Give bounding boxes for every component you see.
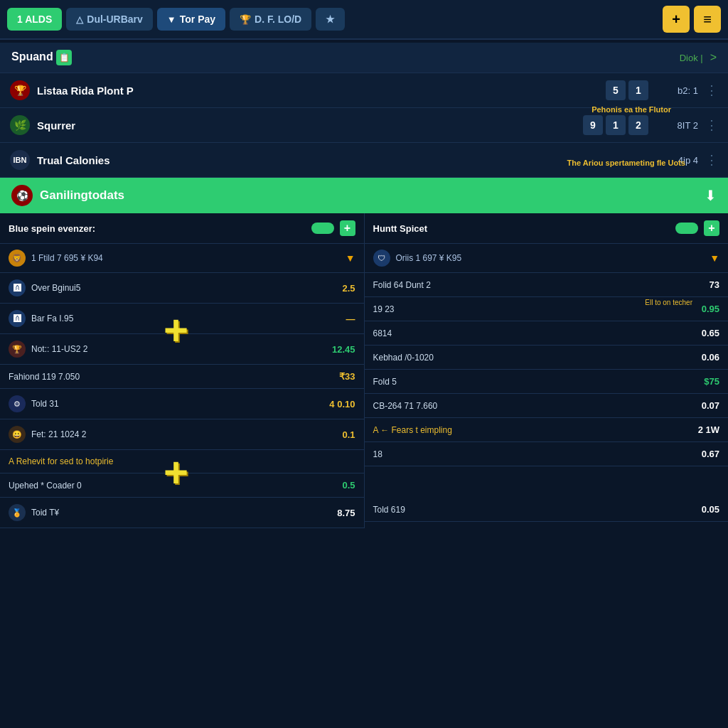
data-row: Folid 64 Dunt 2 73 bbox=[365, 273, 729, 297]
match-name: Squrrer bbox=[37, 119, 576, 132]
row-icon: 🏆 bbox=[9, 341, 26, 358]
data-row: Kebhad /0-1020 0.06 bbox=[365, 346, 729, 370]
filter-dropdown-icon[interactable]: ▼ bbox=[710, 252, 719, 264]
data-row: A Rehevit for sed to hotpirie bbox=[0, 450, 364, 473]
tab-df-icon: 🏆 bbox=[240, 14, 251, 25]
filter-text-left: 1 Ftild 7 695 ¥ K94 bbox=[31, 253, 340, 263]
match-logo: 🏆 bbox=[10, 80, 30, 100]
tab-alds[interactable]: 1 ALDS bbox=[7, 8, 62, 31]
tab-tor-label: Tor Pay bbox=[180, 14, 215, 25]
filter-logo-left: 🦁 bbox=[9, 250, 26, 267]
row-label: Over Bginui5 bbox=[31, 283, 336, 293]
data-row: 18 0.67 bbox=[365, 442, 729, 466]
match-right: b2: 1 bbox=[655, 85, 698, 96]
bottom-right: Told 619 0.05 bbox=[365, 498, 729, 528]
data-row: 19 23 Ell to on techer 0.95 bbox=[365, 297, 729, 321]
row-icon: 😀 bbox=[9, 426, 26, 443]
data-row: CB-264 71 7.660 0.07 bbox=[365, 394, 729, 418]
row-value: 0.65 bbox=[702, 328, 719, 338]
row-value: 12.45 bbox=[332, 344, 355, 355]
score-box: 1 bbox=[606, 115, 626, 135]
data-row: Fahiond 119 7.050 ₹33 bbox=[0, 365, 364, 389]
row-value: 0.95 bbox=[702, 304, 719, 314]
section-meta: Diok | bbox=[680, 53, 703, 63]
row-label: Not:: 11-US2 2 bbox=[31, 344, 326, 354]
tab-dul-label: Dul-URBarv bbox=[87, 14, 143, 25]
green-pill-left bbox=[311, 223, 334, 234]
row-label: Kebhad /0-1020 bbox=[373, 353, 696, 363]
match-scores: 5 1 bbox=[606, 80, 648, 100]
match-right: 8IT 2 bbox=[655, 120, 698, 131]
right-col-title: Huntt Spicet bbox=[373, 223, 670, 234]
match-logo: IBN bbox=[10, 150, 30, 170]
data-row: ⚙ Told 31 4 0.10 bbox=[0, 389, 364, 419]
data-row: 🅰 Bar Fa I.95 — bbox=[0, 304, 364, 334]
tab-alds-label: 1 ALDS bbox=[17, 14, 52, 25]
score-box: 1 bbox=[628, 80, 648, 100]
match-options-icon[interactable]: ⋮ bbox=[705, 152, 718, 168]
filter-logo-right: 🛡 bbox=[373, 250, 390, 267]
green-pill-right bbox=[675, 223, 698, 234]
row-label: Folid 64 Dunt 2 bbox=[373, 280, 704, 290]
star-icon: ★ bbox=[326, 14, 335, 25]
bottom-data-row-right: Told 619 0.05 bbox=[365, 498, 729, 522]
tab-dul[interactable]: △ Dul-URBarv bbox=[66, 8, 153, 31]
row-label: Fet: 21 1024 2 bbox=[31, 429, 336, 439]
row-value: 0.1 bbox=[342, 429, 355, 440]
bottom-left: 🏅 Toid T¥ 8.75 bbox=[0, 498, 365, 528]
menu-button[interactable]: ≡ bbox=[694, 6, 721, 33]
tab-tor-icon: ▼ bbox=[167, 14, 176, 25]
right-col-add-button[interactable]: + bbox=[704, 220, 719, 236]
match-scores: 9 1 2 bbox=[583, 115, 648, 135]
match-name: Listaa Rida Plont P bbox=[37, 85, 599, 97]
row-label: Bar Fa I.95 bbox=[31, 314, 341, 323]
left-col-add-button[interactable]: + bbox=[340, 220, 355, 236]
row-icon: 🅰 bbox=[9, 310, 26, 327]
data-row: A ← Fears t eimpling 2 1W bbox=[365, 418, 729, 442]
tab-tor[interactable]: ▼ Tor Pay bbox=[157, 8, 225, 31]
annotation-ell: Ell to on techer bbox=[645, 299, 692, 306]
add-button[interactable]: + bbox=[663, 6, 690, 33]
data-row: 🅰 Over Bginui5 2.5 bbox=[0, 273, 364, 304]
section-icon: 📋 bbox=[56, 50, 72, 65]
row-label: CB-264 71 7.660 bbox=[373, 401, 696, 411]
row-label: 18 bbox=[373, 449, 696, 459]
bottom-label-right: Told 619 bbox=[373, 505, 696, 515]
row-label: Fold 5 bbox=[373, 377, 699, 387]
row-label: Upehed * Coader 0 bbox=[9, 481, 336, 491]
tab-df[interactable]: 🏆 D. F. LO/D bbox=[230, 8, 311, 31]
right-filter-row[interactable]: 🛡 Oriis 1 697 ¥ K95 ▼ bbox=[365, 244, 729, 273]
tab-star[interactable]: ★ bbox=[316, 8, 345, 31]
row-value: 0.67 bbox=[702, 449, 719, 459]
row-label-annotation: A Rehevit for sed to hotpirie bbox=[9, 456, 355, 466]
tab-df-label: D. F. LO/D bbox=[255, 14, 301, 25]
row-icon: 🅰 bbox=[9, 279, 26, 296]
section-nav-arrow[interactable]: > bbox=[710, 51, 717, 64]
row-value: 2.5 bbox=[342, 283, 355, 294]
row-value: 0.07 bbox=[702, 400, 719, 411]
match-row: IBN Trual Calonies 4ip 4 ⋮ The Ariou spe… bbox=[0, 143, 728, 178]
score-box: 5 bbox=[606, 80, 626, 100]
left-filter-row[interactable]: 🦁 1 Ftild 7 695 ¥ K94 ▼ bbox=[0, 244, 364, 273]
data-row: Upehed * Coader 0 0.5 bbox=[0, 473, 364, 498]
section-title: Spuand 📋 bbox=[11, 50, 673, 65]
two-column-layout: Blue spein evenzer: + 🦁 1 Ftild 7 695 ¥ … bbox=[0, 213, 728, 498]
bottom-icon-left: 🏅 bbox=[9, 504, 26, 521]
row-value: 0.06 bbox=[702, 352, 719, 363]
row-label: Fahiond 119 7.050 bbox=[9, 372, 333, 382]
row-value: 4 0.10 bbox=[329, 399, 355, 410]
row-label: 6814 bbox=[373, 328, 696, 338]
matches-section: 🏆 Listaa Rida Plont P 5 1 b2: 1 ⋮ 🌿 Squr… bbox=[0, 73, 728, 178]
left-col-header: Blue spein evenzer: + bbox=[0, 213, 364, 244]
match-name: Trual Calonies bbox=[37, 154, 648, 166]
row-value: $75 bbox=[704, 376, 719, 387]
green-banner[interactable]: ⚽ Ganilingtodats ⬇ bbox=[0, 178, 728, 213]
match-options-icon[interactable]: ⋮ bbox=[705, 117, 718, 133]
match-options-icon[interactable]: ⋮ bbox=[705, 82, 718, 98]
filter-text-right: Oriis 1 697 ¥ K95 bbox=[396, 253, 705, 263]
right-col-header: Huntt Spicet + bbox=[365, 213, 729, 244]
row-icon: ⚙ bbox=[9, 395, 26, 412]
bottom-value-left: 8.75 bbox=[337, 508, 355, 518]
filter-dropdown-icon[interactable]: ▼ bbox=[346, 252, 355, 264]
bottom-data-row-left: 🏅 Toid T¥ 8.75 bbox=[0, 498, 364, 528]
